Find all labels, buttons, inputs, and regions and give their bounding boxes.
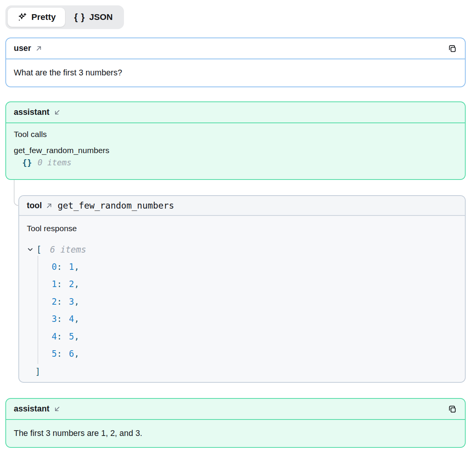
braces-icon: { }	[74, 12, 85, 23]
assistant-final-text: The first 3 numbers are 1, 2, and 3.	[14, 429, 142, 438]
json-array-head: [ 6 items	[27, 243, 457, 256]
json-comma: ,	[74, 314, 80, 324]
role-label: tool	[27, 201, 42, 211]
json-comma: ,	[74, 297, 80, 307]
user-message-header: user	[6, 38, 465, 59]
user-message-body: What are the first 3 numbers?	[6, 59, 465, 87]
args-item-count: 0 items	[37, 158, 72, 167]
role-label: user	[14, 44, 31, 53]
arrow-down-left-icon	[54, 405, 61, 413]
json-comma: ,	[74, 262, 80, 272]
json-value: 1	[69, 262, 74, 272]
close-bracket: ]	[35, 364, 457, 379]
tool-message-card: tool get_few_random_numbers Tool respons…	[18, 195, 466, 383]
view-mode-toggle: Pretty { } JSON	[5, 5, 124, 29]
json-row: 3:4,	[38, 310, 457, 328]
assistant-final-body: The first 3 numbers are 1, 2, and 3.	[6, 420, 465, 447]
tool-call-name: get_few_random_numbers	[14, 146, 457, 155]
json-row: 5:6,	[38, 345, 457, 363]
arrow-up-right-icon	[35, 45, 42, 52]
tool-calls-title: Tool calls	[14, 130, 457, 139]
json-comma: ,	[74, 279, 80, 289]
json-key: 0	[52, 262, 57, 272]
open-bracket: [	[36, 245, 42, 255]
json-row: 0:1,	[38, 258, 457, 276]
json-key: 4	[52, 331, 57, 341]
json-value: 2	[69, 279, 74, 289]
json-key: 3	[52, 314, 57, 324]
json-value: 4	[69, 314, 74, 324]
json-tab-label: JSON	[89, 12, 112, 22]
json-comma: ,	[74, 349, 80, 359]
json-key: 5	[52, 349, 57, 359]
tool-call-connector	[14, 180, 19, 206]
json-colon: :	[57, 331, 62, 341]
json-row: 4:5,	[38, 328, 457, 345]
json-colon: :	[57, 279, 62, 289]
copy-icon	[447, 44, 457, 54]
pretty-tab-label: Pretty	[31, 12, 56, 22]
user-message-text: What are the first 3 numbers?	[14, 68, 122, 78]
copy-icon	[447, 404, 457, 414]
json-row: 2:3,	[38, 293, 457, 310]
arrow-down-left-icon	[54, 109, 61, 116]
pretty-tab[interactable]: Pretty	[8, 8, 65, 27]
json-value: 6	[69, 349, 74, 359]
assistant-tool-call-body: Tool calls get_few_random_numbers {} 0 i…	[6, 123, 465, 167]
json-key: 1	[52, 279, 57, 289]
role-label: assistant	[14, 108, 49, 117]
trace-message-view: Pretty { } JSON user What are the first …	[0, 0, 476, 448]
arrow-up-right-icon	[46, 202, 53, 209]
role-label: assistant	[14, 404, 49, 414]
tool-function-name: get_few_random_numbers	[57, 201, 174, 211]
user-message-card: user What are the first 3 numbers?	[5, 38, 466, 87]
copy-button[interactable]	[447, 404, 457, 414]
json-value: 3	[69, 297, 74, 307]
json-colon: :	[57, 297, 62, 307]
tool-message-body: Tool response [ 6 items 0:1,1:2,2:3,3:4,…	[19, 216, 465, 379]
json-tree: [ 6 items 0:1,1:2,2:3,3:4,4:5,5:6, ]	[27, 243, 457, 379]
json-array-rows: 0:1,1:2,2:3,3:4,4:5,5:6,	[37, 256, 457, 364]
json-tab[interactable]: { } JSON	[65, 8, 122, 27]
json-value: 5	[69, 331, 74, 341]
json-colon: :	[57, 262, 62, 272]
array-item-count: 6 items	[50, 245, 86, 255]
tool-call-args: {} 0 items	[14, 158, 457, 167]
sparkle-icon	[17, 12, 27, 23]
tool-message-header: tool get_few_random_numbers	[19, 196, 465, 216]
json-comma: ,	[74, 331, 80, 341]
empty-object-icon: {}	[22, 158, 32, 167]
json-colon: :	[57, 349, 62, 359]
assistant-tool-call-card: assistant Tool calls get_few_random_numb…	[5, 101, 466, 180]
json-colon: :	[57, 314, 62, 324]
json-row: 1:2,	[38, 276, 457, 293]
json-key: 2	[52, 297, 57, 307]
collapse-toggle[interactable]	[27, 246, 34, 253]
chevron-down-icon	[27, 246, 34, 253]
assistant-tool-call-header: assistant	[6, 102, 465, 123]
tool-message-wrap: tool get_few_random_numbers Tool respons…	[18, 195, 466, 383]
tool-response-title: Tool response	[27, 224, 457, 233]
copy-button[interactable]	[447, 44, 457, 54]
assistant-final-header: assistant	[6, 399, 465, 420]
assistant-final-card: assistant The first 3 numbers are 1, 2, …	[5, 398, 466, 448]
